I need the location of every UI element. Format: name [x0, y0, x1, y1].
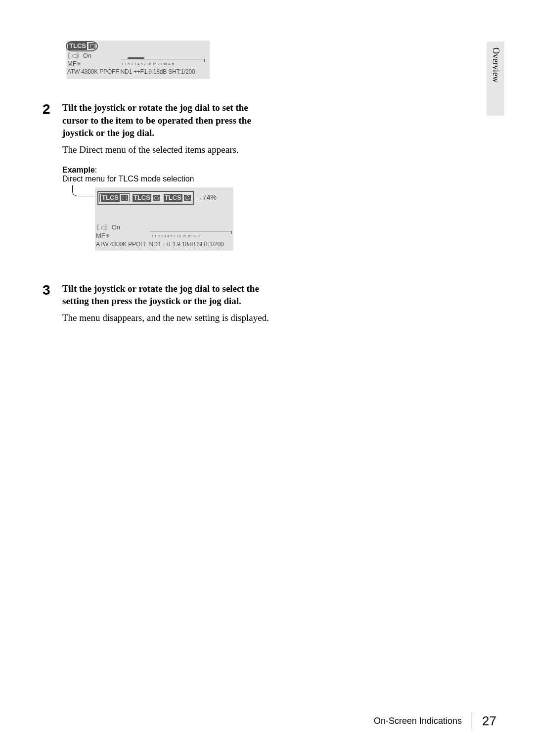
tlcs-option-1: TLCS: [99, 193, 130, 202]
step-2-desc: The Direct menu of the selected items ap…: [62, 143, 275, 157]
footer-divider: [472, 712, 472, 729]
tlcs-mode-icon-2: [153, 195, 160, 201]
step-3-desc: The menu disappears, and the new setting…: [62, 311, 275, 325]
status-line: ATW 4300K PPOFF ND1 ++F1.9 18dB SHT:1/20…: [67, 68, 195, 75]
page-footer: On-Screen Indications 27: [374, 712, 496, 729]
tlcs-label: TLCS: [68, 42, 87, 50]
steady-icon: 〘⬭〙: [67, 52, 81, 59]
scale-marker: [128, 57, 144, 59]
steadyshot-on-2: 〘⬭〙 On: [96, 224, 120, 231]
tlcs-capsule-selected: TLCS: [66, 41, 98, 51]
diagram-2-screen: TLCS TLCS TLCS ⌐ ⌐ 74% 〘⬭〙: [95, 187, 233, 251]
snowflake-icon-2: ✳: [105, 233, 110, 239]
tlcs-mode-icon: [89, 43, 95, 49]
step-number-2: 2: [43, 101, 62, 270]
diagram-1-screen: TLCS 〘⬭〙 On MF✳ 1 1.5 2 3 4 5 7 10 15 20…: [66, 41, 210, 79]
step-2: 2 Tilt the joystick or rotate the jog di…: [43, 101, 275, 270]
tlcs-label-1: TLCS: [101, 194, 120, 202]
example-row: Example:: [62, 166, 275, 175]
footer-page-number: 27: [482, 713, 496, 729]
bracket-r: ⌐: [197, 196, 201, 204]
focus-mf: MF✳: [67, 60, 81, 67]
tlcs-label-2: TLCS: [133, 194, 151, 202]
example-colon: :: [95, 166, 97, 174]
scale-tick-labels: 1 1.5 2 3 4 5 7 10 15 20 30 ∞ ft: [122, 62, 209, 66]
step-3: 3 Tilt the joystick or rotate the jog di…: [43, 282, 275, 334]
snowflake-icon: ✳: [77, 61, 81, 67]
side-tab: Overview: [487, 42, 504, 116]
steady-on-label-2: On: [112, 223, 120, 231]
steady-icon-2: 〘⬭〙: [96, 223, 110, 231]
bracket-l: ⌐: [187, 193, 191, 201]
tlcs-option-2: TLCS: [132, 194, 161, 202]
tlcs-mode-icon-1: [121, 195, 128, 201]
step-2-body: Tilt the joystick or rotate the jog dial…: [62, 101, 275, 270]
page-content: TLCS 〘⬭〙 On MF✳ 1 1.5 2 3 4 5 7 10 15 20…: [43, 41, 275, 345]
status-line-2: ATW 4300K PPOFF ND1 ++F1.9 18dB SHT:1/20…: [96, 241, 223, 248]
example-label: Example: [62, 166, 95, 174]
focus-mf-2: MF✳: [96, 232, 110, 239]
tlcs-label-3: TLCS: [164, 194, 182, 202]
scale-tick-labels-2: 1 1.5 2 3 4 5 7 10 15 20 30 ∞: [151, 234, 233, 238]
focus-scale-2: [150, 231, 232, 234]
steady-on-label: On: [83, 52, 91, 59]
mf-label-2: MF: [96, 232, 105, 239]
example-text: Direct menu for TLCS mode selection: [62, 175, 275, 183]
tlcs-menu-column: TLCS TLCS TLCS: [97, 191, 194, 205]
percent-value: 74%: [203, 193, 217, 201]
step-2-title: Tilt the joystick or rotate the jog dial…: [62, 101, 275, 139]
steadyshot-on: 〘⬭〙 On: [67, 52, 91, 59]
step-3-body: Tilt the joystick or rotate the jog dial…: [62, 282, 275, 334]
pointer-line: [72, 185, 96, 196]
focus-scale: [121, 59, 205, 62]
side-tab-label: Overview: [490, 47, 501, 83]
mf-label: MF: [67, 60, 77, 67]
footer-section-title: On-Screen Indications: [374, 716, 462, 726]
step-number-3: 3: [43, 282, 62, 334]
step-3-title: Tilt the joystick or rotate the jog dial…: [62, 282, 275, 308]
